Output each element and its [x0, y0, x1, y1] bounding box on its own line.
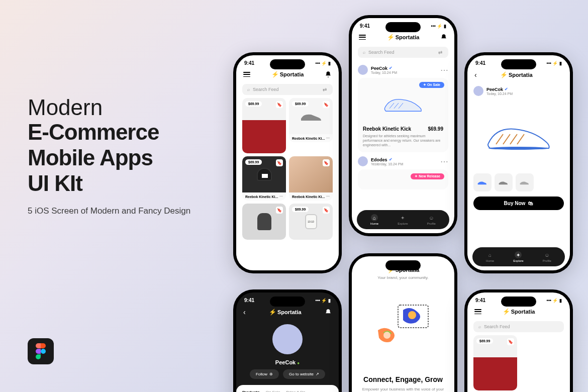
nav-profile[interactable]: ☺Profile — [427, 214, 436, 225]
title-line-3: Mobile Apps — [28, 145, 229, 171]
phone-partial: 9:41 ••• ⚡ ▮ ⚡Sportatia ⌕ Search Feed $6… — [464, 289, 573, 392]
back-icon[interactable]: ‹ — [474, 71, 477, 79]
plus-icon: ⊕ — [269, 372, 273, 376]
price-pill: $69.99 — [245, 159, 262, 165]
arrow-icon: ↗ — [316, 372, 319, 376]
bell-icon[interactable] — [325, 309, 332, 316]
onboarding-illustration — [359, 290, 447, 365]
filter-icon[interactable]: ⇄ — [323, 87, 327, 92]
hero-text: Modern E-Commerce Mobile Apps UI KIt 5 i… — [28, 95, 229, 216]
onboarding-desc: Empower your business with the voice of … — [359, 386, 447, 392]
thumbnail[interactable] — [516, 173, 534, 191]
product-card[interactable]: $69.99 🔖 — [242, 98, 286, 153]
brand-logo: ⚡Sportatia — [503, 308, 535, 315]
brand-logo: ⚡Sportatia — [271, 71, 304, 78]
bell-icon[interactable] — [440, 34, 447, 41]
notch — [270, 297, 305, 307]
bag-icon: 🛍 — [528, 201, 533, 206]
profile-avatar[interactable] — [272, 324, 303, 354]
phone-feed-detail: 9:41 ••• ⚡ ▮ ⚡Sportatia ⌕ Search Feed ⇄ … — [349, 15, 457, 236]
timestamp: Yesterday, 10.24 PM — [371, 162, 403, 166]
search-input[interactable]: ⌕ Search Feed — [473, 321, 564, 332]
product-title: Reebok Kinetic Kick — [363, 126, 411, 132]
tab-onsale[interactable]: On Sale — [266, 390, 280, 392]
tab-bring[interactable]: Bring it On — [286, 390, 306, 392]
website-button[interactable]: Go to website↗ — [283, 369, 325, 379]
product-card[interactable]: ✦ On Sale Reebok Kinetic Kick $69.99 Des… — [358, 78, 448, 152]
price-pill: $69.99 — [245, 101, 262, 107]
product-hero-image — [467, 103, 570, 168]
buy-button[interactable]: Buy Now🛍 — [473, 197, 564, 210]
filter-icon[interactable]: ⇄ — [438, 50, 442, 55]
svg-point-4 — [383, 332, 390, 339]
release-badge: ✦ New Release — [411, 173, 444, 179]
notch — [385, 260, 421, 270]
product-card[interactable]: 🔖 Reebok Kinetic Ki...⋯ — [289, 156, 333, 201]
bookmark-icon[interactable]: 🔖 — [276, 101, 283, 108]
product-card[interactable]: 🔖 — [242, 204, 286, 240]
bookmark-icon[interactable]: 🔖 — [507, 338, 514, 345]
search-icon: ⌕ — [478, 324, 481, 329]
search-input[interactable]: ⌕ Search Feed ⇄ — [242, 84, 333, 95]
product-card[interactable]: $69.99 🔖 — [473, 335, 517, 390]
title-line-2: E-Commerce — [28, 120, 229, 145]
nav-profile[interactable]: ☺Profile — [543, 251, 551, 262]
menu-icon[interactable] — [243, 72, 250, 77]
avatar[interactable] — [473, 86, 483, 96]
avatar[interactable] — [358, 156, 368, 166]
bell-icon[interactable] — [325, 71, 332, 78]
product-card[interactable]: $69.99 🔖 Reebok Kinetic Ki...⋯ — [242, 156, 286, 201]
onboarding-title: Connect, Engage, Grow — [359, 375, 447, 383]
bottom-nav: ⌂Home ✦Explore ☺Profile — [357, 210, 449, 229]
price-pill: $69.99 — [292, 101, 309, 107]
product-description: Designed for athletes seeking maximum pe… — [363, 134, 443, 147]
brand-logo: ⚡Sportatia — [269, 309, 302, 316]
more-icon[interactable]: ⋯ — [279, 194, 283, 199]
title-line-1: Modern — [28, 95, 229, 120]
notch — [501, 297, 536, 307]
nav-explore[interactable]: ✦Explore — [398, 214, 408, 225]
more-icon[interactable]: ⋯ — [440, 65, 448, 75]
verified-icon: ✔ — [389, 66, 393, 70]
user-name: PeeCok✔ — [371, 66, 397, 71]
thumbnail[interactable] — [473, 173, 492, 191]
timestamp: Today, 10.24 PM — [371, 71, 397, 74]
phone-grid-feed: 9:41 ••• ⚡ ▮ ⚡Sportatia ⌕ Search Feed ⇄ … — [233, 52, 342, 273]
bookmark-icon[interactable]: 🔖 — [276, 159, 283, 166]
nav-home[interactable]: ⌂Home — [370, 214, 378, 225]
product-price: $69.99 — [428, 126, 443, 132]
bookmark-icon[interactable]: 🔖 — [276, 207, 283, 214]
back-icon[interactable]: ‹ — [243, 308, 246, 316]
notch — [385, 22, 421, 32]
tagline: Your brand, your community. — [359, 275, 447, 280]
nav-home[interactable]: ⌂Home — [486, 251, 494, 262]
avatar[interactable] — [358, 65, 368, 75]
brand-logo: ⚡Sportatia — [500, 71, 533, 78]
subtitle: 5 iOS Screen of Modern and Fancy Design — [28, 206, 229, 216]
product-image — [363, 83, 443, 123]
brand-logo: ⚡Sportatia — [387, 34, 420, 41]
more-icon[interactable]: ⋯ — [326, 194, 330, 199]
nav-explore[interactable]: ✦Explore — [513, 251, 523, 262]
timestamp: Today, 10.24 PM — [486, 92, 513, 95]
bottom-nav: ⌂Home ✦Explore ☺Profile — [472, 247, 565, 266]
notch — [501, 59, 536, 69]
title-line-4: UI KIt — [28, 171, 229, 197]
phone-product-detail: 9:41 ••• ⚡ ▮ ‹ ⚡Sportatia PeeCok✔ Today,… — [464, 52, 573, 273]
bookmark-icon[interactable]: 🔖 — [323, 101, 330, 108]
tab-products[interactable]: Products — [242, 390, 260, 392]
more-icon[interactable]: ⋯ — [440, 157, 448, 166]
follow-button[interactable]: Follow⊕ — [250, 369, 279, 379]
bookmark-icon[interactable]: 🔖 — [323, 207, 330, 214]
more-icon[interactable]: ⋯ — [326, 136, 330, 140]
thumbnail[interactable] — [495, 173, 513, 191]
bookmark-icon[interactable]: 🔖 — [323, 159, 330, 166]
product-card[interactable]: $69.99 🔖 Reebok Kinetic Ki...⋯ — [289, 98, 333, 142]
menu-icon[interactable] — [359, 35, 366, 40]
verified-icon: ✔ — [505, 87, 508, 91]
menu-icon[interactable] — [474, 309, 481, 314]
verified-icon: ✔ — [389, 157, 393, 162]
product-card[interactable]: ✦ New Release — [358, 169, 448, 189]
search-input[interactable]: ⌕ Search Feed ⇄ — [358, 47, 448, 58]
product-card[interactable]: $69.99 🔖 10:10 — [289, 204, 333, 240]
